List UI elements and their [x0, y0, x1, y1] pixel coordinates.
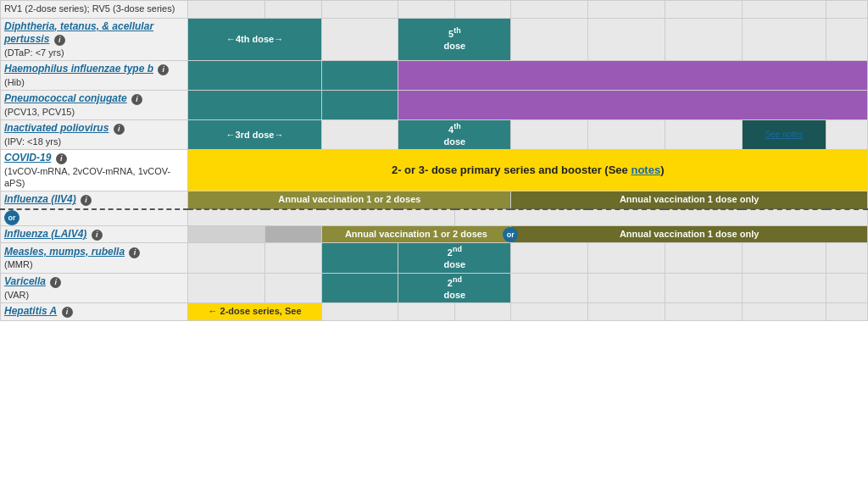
- ipv-empty4: [665, 119, 742, 149]
- hib-vaccine-cell: Haemophilus influenzae type b i (Hib): [1, 61, 188, 91]
- hepa-info-icon[interactable]: i: [62, 307, 73, 318]
- var-empty2: [265, 273, 321, 302]
- dtap-empty1: [321, 18, 398, 60]
- mmr-sub: (MMR): [4, 258, 184, 270]
- mmr-empty6: [742, 243, 826, 273]
- flu-iiv4-annual-cell: Annual vaccination 1 or 2 doses: [188, 191, 511, 209]
- var-sub: (VAR): [4, 289, 184, 301]
- flu-iiv4-vaccine-cell: Influenza (IIV4) i: [1, 191, 188, 209]
- flu-iiv4-row: Influenza (IIV4) i Annual vaccination 1 …: [1, 191, 868, 209]
- hepa-empty5: [588, 302, 665, 320]
- dtap-empty5: [742, 18, 826, 60]
- pcv-name[interactable]: Pneumococcal conjugate: [4, 92, 127, 104]
- rv-vaccine-cell: RV1 (2-dose series); RV5 (3-dose series): [1, 1, 188, 19]
- dtap-info-icon[interactable]: i: [54, 35, 65, 46]
- hepa-vaccine-cell: Hepatitis A i: [1, 302, 188, 320]
- var-2nd-dose-cell: 2nddose: [398, 273, 511, 302]
- ipv-see-notes-cell: See notes: [742, 119, 826, 149]
- or-divider1: [188, 209, 454, 226]
- hepa-empty7: [742, 302, 826, 320]
- ipv-empty2: [511, 119, 588, 149]
- pcv-row: Pneumococcal conjugate i (PCV13, PCV15): [1, 90, 868, 119]
- flu-iiv4-annual-only-label: Annual vaccination 1 dose only: [620, 194, 759, 204]
- ipv-empty3: [588, 119, 665, 149]
- hib-info-icon[interactable]: i: [158, 64, 169, 75]
- hib-teal2: [321, 61, 398, 91]
- ipv-name[interactable]: Inactivated poliovirus: [4, 122, 108, 134]
- mmr-empty5: [665, 243, 742, 273]
- flu-laiv4-annual-label: Annual vaccination 1 or 2 doses: [345, 229, 487, 239]
- covid-notes-link[interactable]: notes: [631, 164, 660, 176]
- mmr-empty2: [265, 243, 321, 273]
- rv-age2: [265, 1, 321, 19]
- pcv-teal1: [188, 90, 321, 119]
- var-empty7: [826, 273, 868, 302]
- ipv-info-icon[interactable]: i: [114, 124, 125, 135]
- flu-laiv4-name[interactable]: Influenza (LAIV4): [4, 228, 86, 240]
- var-empty4: [588, 273, 665, 302]
- covid-sub: (1vCOV-mRNA, 2vCOV-mRNA, 1vCOV-aPS): [4, 165, 184, 190]
- hepa-empty3: [454, 302, 510, 320]
- mmr-teal1: [321, 243, 398, 273]
- hepa-empty4: [511, 302, 588, 320]
- covid-doses-cell: 2- or 3- dose primary series and booster…: [188, 150, 868, 191]
- pcv-sub: (PCV13, PCV15): [4, 106, 184, 118]
- rv-age5: [454, 1, 510, 19]
- hib-teal1: [188, 61, 321, 91]
- covid-info-icon[interactable]: i: [56, 153, 67, 164]
- covid-name[interactable]: COVID-19: [4, 152, 51, 164]
- hepa-row: Hepatitis A i ← 2-dose series, See: [1, 302, 868, 320]
- mmr-2nd-dose-cell: 2nddose: [398, 243, 511, 273]
- vaccination-schedule-table: RV1 (2-dose series); RV5 (3-dose series)…: [0, 0, 868, 321]
- pcv-purple: [398, 90, 868, 119]
- ipv-row: Inactivated poliovirus i (IPV: <18 yrs) …: [1, 119, 868, 149]
- flu-iiv4-info-icon[interactable]: i: [81, 195, 92, 206]
- hepa-empty8: [826, 302, 868, 320]
- or-badge: or: [4, 210, 19, 225]
- dtap-4th-dose-label: ←4th dose→: [192, 33, 317, 45]
- pcv-teal2: [321, 90, 398, 119]
- ipv-vaccine-cell: Inactivated poliovirus i (IPV: <18 yrs): [1, 119, 188, 149]
- flu-laiv4-info-icon[interactable]: i: [92, 230, 103, 241]
- flu-laiv4-annual-only-label: Annual vaccination 1 dose only: [620, 229, 759, 239]
- dtap-empty6: [826, 18, 868, 60]
- flu-laiv4-row: Influenza (LAIV4) i Annual vaccination 1…: [1, 225, 868, 243]
- var-empty3: [511, 273, 588, 302]
- var-empty5: [665, 273, 742, 302]
- covid-doses-label: 2- or 3- dose primary series and booster…: [392, 164, 665, 176]
- rv-row: RV1 (2-dose series); RV5 (3-dose series): [1, 1, 868, 19]
- or-divider-row: or: [1, 209, 868, 226]
- flu-iiv4-name[interactable]: Influenza (IIV4): [4, 193, 76, 205]
- flu-laiv4-vaccine-cell: Influenza (LAIV4) i: [1, 225, 188, 243]
- dtap-empty4: [665, 18, 742, 60]
- var-info-icon[interactable]: i: [50, 277, 61, 288]
- hib-row: Haemophilus influenzae type b i (Hib): [1, 61, 868, 91]
- mmr-info-icon[interactable]: i: [129, 247, 140, 258]
- dtap-name[interactable]: Diphtheria, tetanus, & acellular pertuss…: [4, 20, 153, 46]
- hepa-empty6: [665, 302, 742, 320]
- covid-row: COVID-19 i (1vCOV-mRNA, 2vCOV-mRNA, 1vCO…: [1, 150, 868, 191]
- rv-age4: [398, 1, 454, 19]
- var-row: Varicella i (VAR) 2nddose: [1, 273, 868, 302]
- ipv-see-notes[interactable]: See notes: [765, 130, 803, 139]
- ipv-3rd-dose-cell: ←3rd dose→: [188, 119, 321, 149]
- covid-vaccine-cell: COVID-19 i (1vCOV-mRNA, 2vCOV-mRNA, 1vCO…: [1, 150, 188, 191]
- pcv-vaccine-cell: Pneumococcal conjugate i (PCV13, PCV15): [1, 90, 188, 119]
- ipv-3rd-dose-label: ←3rd dose→: [192, 129, 317, 141]
- hib-name[interactable]: Haemophilus influenzae type b: [4, 63, 153, 75]
- dtap-row: Diphtheria, tetanus, & acellular pertuss…: [1, 18, 868, 60]
- hepa-empty2: [398, 302, 454, 320]
- mmr-empty7: [826, 243, 868, 273]
- mmr-name[interactable]: Measles, mumps, rubella: [4, 246, 125, 258]
- rv-age1: [188, 1, 265, 19]
- hepa-name[interactable]: Hepatitis A: [4, 305, 57, 317]
- or-label-cell: or: [1, 209, 188, 226]
- rv-sub-text: RV1 (2-dose series); RV5 (3-dose series): [4, 3, 175, 14]
- mmr-empty1: [188, 243, 265, 273]
- mmr-vaccine-cell: Measles, mumps, rubella i (MMR): [1, 243, 188, 273]
- pcv-info-icon[interactable]: i: [131, 94, 142, 105]
- dtap-5th-dose-label: 5thdose: [402, 26, 507, 52]
- dtap-sub: (DTaP: <7 yrs): [4, 47, 184, 58]
- var-name[interactable]: Varicella: [4, 275, 46, 287]
- var-vaccine-cell: Varicella i (VAR): [1, 273, 188, 302]
